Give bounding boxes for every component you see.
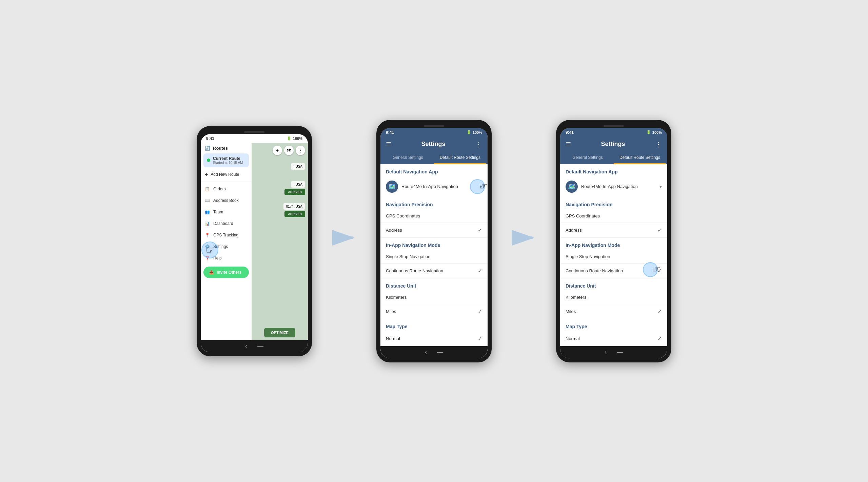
add-route-label: Add New Route xyxy=(211,172,239,177)
sidebar-item-gps-tracking[interactable]: 📍 GPS Tracking xyxy=(201,229,252,241)
settings-content-2: Default Navigation App 🗺️ Route4Me In-Ap… xyxy=(380,164,488,346)
continuous-route-row-2[interactable]: Continuous Route Navigation ✓ xyxy=(380,264,488,278)
battery-icon-3: 🔋 xyxy=(646,130,651,134)
address-book-icon: 📖 xyxy=(205,198,210,203)
section-nav-precision-3: Navigation Precision xyxy=(560,197,667,209)
nav-app-row-3[interactable]: 🗺️ Route4Me In-App Navigation ▾ xyxy=(560,176,667,197)
tab-general-settings-2[interactable]: General Settings xyxy=(382,152,434,164)
tab-default-route-settings-2[interactable]: Default Route Settings xyxy=(434,152,486,164)
map-view-btn[interactable]: 🗺 xyxy=(284,146,294,155)
dashboard-icon: 📊 xyxy=(205,221,210,226)
plus-icon: + xyxy=(205,171,208,177)
section-nav-mode-2: In-App Navigation Mode xyxy=(380,238,488,250)
bottom-nav-3: ‹ — xyxy=(560,346,667,358)
bottom-nav-2: ‹ — xyxy=(380,346,488,358)
miles-row-2[interactable]: Miles ✓ xyxy=(380,304,488,319)
dropdown-arrow-3: ▾ xyxy=(659,184,662,189)
home-bar-3: — xyxy=(617,349,623,356)
home-bar-2: — xyxy=(437,349,443,356)
single-stop-row-3[interactable]: Single Stop Navigation xyxy=(560,250,667,264)
section-map-type-2: Map Type xyxy=(380,319,488,331)
map-stop-2: , USA xyxy=(291,181,305,188)
phone-1: 9:41 🔋 100% 🔄 Routes Current Route xyxy=(197,126,312,356)
phone-3: 9:41 🔋 100% ☰ Settings ⋮ General Setting… xyxy=(556,120,671,362)
battery-text-2: 100% xyxy=(473,130,482,134)
sidebar-item-settings[interactable]: ⚙️ Settings ☞ xyxy=(201,241,252,252)
miles-check-2: ✓ xyxy=(478,308,482,315)
single-stop-row-2[interactable]: Single Stop Navigation xyxy=(380,250,488,264)
map-add-btn[interactable]: + xyxy=(273,146,282,155)
battery-icon-1: 🔋 xyxy=(287,136,292,141)
home-bar-1: — xyxy=(257,342,263,350)
sidebar-item-orders[interactable]: 📋 Orders xyxy=(201,183,252,195)
optimize-button[interactable]: OPTIMIZE xyxy=(264,328,295,337)
more-icon-3[interactable]: ⋮ xyxy=(655,140,662,148)
sidebar-item-address-book[interactable]: 📖 Address Book xyxy=(201,195,252,206)
nav-app-icon-2: 🗺️ xyxy=(386,181,398,193)
normal-map-row-2[interactable]: Normal ✓ xyxy=(380,331,488,346)
normal-map-row-3[interactable]: Normal ✓ xyxy=(560,331,667,346)
time-1: 9:41 xyxy=(206,136,214,141)
invite-others-button[interactable]: 📤 Invite Others xyxy=(203,267,249,278)
map-stop-1: , USA xyxy=(291,163,305,170)
team-icon: 👥 xyxy=(205,210,210,214)
more-icon-2[interactable]: ⋮ xyxy=(475,140,482,148)
back-icon-2[interactable]: ‹ xyxy=(425,349,427,356)
battery-icon-2: 🔋 xyxy=(467,130,471,134)
arrow-2 xyxy=(512,229,536,246)
section-default-nav-app-3: Default Navigation App xyxy=(560,164,667,176)
gps-coordinates-row-3[interactable]: GPS Coordinates xyxy=(560,209,667,223)
address-row-3[interactable]: Address ✓ xyxy=(560,223,667,238)
map-more-btn[interactable]: ⋮ xyxy=(296,146,305,155)
kilometers-row-3[interactable]: Kilometers xyxy=(560,291,667,304)
nav-app-row-2[interactable]: 🗺️ Route4Me In-App Navigation ▾ ☞ xyxy=(380,176,488,197)
sidebar-item-team[interactable]: 👥 Team xyxy=(201,206,252,218)
section-default-nav-app: Default Navigation App xyxy=(380,164,488,176)
back-icon-1[interactable]: ‹ xyxy=(245,342,247,350)
settings-title-3: Settings xyxy=(601,141,625,148)
normal-check-3: ✓ xyxy=(657,335,662,342)
gps-icon: 📍 xyxy=(205,233,210,237)
invite-label: Invite Others xyxy=(217,270,241,275)
sidebar-item-dashboard[interactable]: 📊 Dashboard xyxy=(201,218,252,229)
continuous-check-2: ✓ xyxy=(478,268,482,274)
bottom-nav-1: ‹ — xyxy=(201,340,308,352)
tab-default-route-settings-3[interactable]: Default Route Settings xyxy=(614,152,666,164)
nav-app-icon-3: 🗺️ xyxy=(566,181,578,193)
routes-icon: 🔄 xyxy=(205,146,210,151)
nav-app-name-3: Route4Me In-App Navigation xyxy=(581,184,656,189)
battery-text-3: 100% xyxy=(652,130,662,134)
section-nav-precision-2: Navigation Precision xyxy=(380,197,488,209)
add-new-route[interactable]: + Add New Route xyxy=(201,169,252,180)
tabs-2: General Settings Default Route Settings xyxy=(380,152,488,164)
settings-title-2: Settings xyxy=(421,141,445,148)
time-2: 9:41 xyxy=(386,130,394,135)
current-route-started: Started at 10:15 AM xyxy=(213,161,243,165)
miles-row-3[interactable]: Miles ✓ xyxy=(560,304,667,319)
address-check-3: ✓ xyxy=(657,227,662,233)
invite-icon: 📤 xyxy=(209,270,214,275)
route-dot xyxy=(207,159,210,162)
continuous-route-row-3[interactable]: Continuous Route Navigation ☞ ✓ xyxy=(560,264,667,278)
kilometers-row-2[interactable]: Kilometers xyxy=(380,291,488,304)
address-check-2: ✓ xyxy=(478,227,482,233)
map-stop-3: 0174, USA xyxy=(283,203,305,210)
current-route-item[interactable]: Current Route Started at 10:15 AM xyxy=(203,153,249,167)
address-row-2[interactable]: Address ✓ xyxy=(380,223,488,238)
status-bar-3: 9:41 🔋 100% xyxy=(560,128,667,137)
tab-general-settings-3[interactable]: General Settings xyxy=(561,152,614,164)
back-icon-3[interactable]: ‹ xyxy=(605,349,607,356)
battery-text-1: 100% xyxy=(293,137,302,141)
nav-app-name-2: Route4Me In-App Navigation xyxy=(401,184,476,189)
orders-icon: 📋 xyxy=(205,187,210,191)
gps-coordinates-row-2[interactable]: GPS Coordinates xyxy=(380,209,488,223)
arrived-badge-1: ARRIVED xyxy=(284,189,305,195)
section-nav-mode-3: In-App Navigation Mode xyxy=(560,238,667,250)
sidebar: 🔄 Routes Current Route Started at 10:15 … xyxy=(201,143,252,340)
settings-header-3: ☰ Settings ⋮ xyxy=(560,137,667,152)
menu-icon-2[interactable]: ☰ xyxy=(386,141,391,148)
map-background: + 🗺 ⋮ , USA , USA ARRIVED 0174, USA ARRI… xyxy=(252,143,308,340)
section-distance-unit-3: Distance Unit xyxy=(560,278,667,291)
normal-check-2: ✓ xyxy=(478,335,482,342)
menu-icon-3[interactable]: ☰ xyxy=(566,141,571,148)
